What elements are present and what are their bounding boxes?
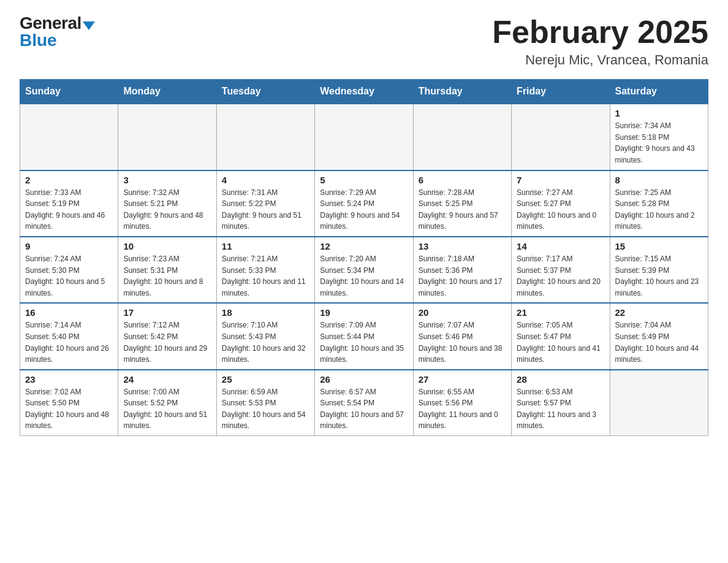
day-number: 25	[222, 374, 309, 385]
col-header-tuesday: Tuesday	[216, 80, 314, 104]
day-info: Sunrise: 7:10 AMSunset: 5:43 PMDaylight:…	[222, 320, 309, 365]
day-info: Sunrise: 6:59 AMSunset: 5:53 PMDaylight:…	[222, 386, 309, 432]
day-number: 22	[615, 307, 703, 318]
day-number: 4	[222, 175, 309, 185]
day-info: Sunrise: 7:20 AMSunset: 5:34 PMDaylight:…	[320, 253, 408, 299]
day-number: 15	[615, 241, 703, 251]
day-number: 1	[615, 108, 703, 118]
logo-general-line: General	[20, 15, 95, 32]
day-info: Sunrise: 7:05 AMSunset: 5:47 PMDaylight:…	[517, 320, 604, 365]
day-info: Sunrise: 7:28 AMSunset: 5:25 PMDaylight:…	[419, 187, 506, 232]
col-header-thursday: Thursday	[413, 80, 511, 104]
day-info: Sunrise: 7:34 AMSunset: 5:18 PMDaylight:…	[615, 120, 703, 166]
logo: General Blue	[20, 15, 95, 49]
day-number: 17	[123, 307, 211, 318]
day-number: 9	[25, 241, 113, 251]
calendar-cell: 13Sunrise: 7:18 AMSunset: 5:36 PMDayligh…	[413, 237, 511, 303]
day-number: 13	[419, 241, 506, 251]
calendar-cell: 22Sunrise: 7:04 AMSunset: 5:49 PMDayligh…	[610, 303, 708, 369]
page-header: General Blue February 2025 Nereju Mic, V…	[20, 15, 708, 68]
day-info: Sunrise: 7:07 AMSunset: 5:46 PMDaylight:…	[419, 320, 506, 365]
day-number: 7	[517, 175, 604, 185]
calendar-cell: 8Sunrise: 7:25 AMSunset: 5:28 PMDaylight…	[610, 170, 708, 237]
calendar-week-row: 23Sunrise: 7:02 AMSunset: 5:50 PMDayligh…	[20, 370, 708, 436]
day-number: 27	[419, 374, 506, 385]
day-info: Sunrise: 6:53 AMSunset: 5:57 PMDaylight:…	[517, 386, 604, 432]
day-number: 6	[419, 175, 506, 185]
calendar-cell: 18Sunrise: 7:10 AMSunset: 5:43 PMDayligh…	[216, 303, 314, 369]
col-header-wednesday: Wednesday	[315, 80, 413, 104]
calendar-header-row: SundayMondayTuesdayWednesdayThursdayFrid…	[20, 80, 708, 104]
day-info: Sunrise: 6:55 AMSunset: 5:56 PMDaylight:…	[419, 386, 506, 432]
day-info: Sunrise: 7:04 AMSunset: 5:49 PMDaylight:…	[615, 320, 703, 365]
calendar-cell: 9Sunrise: 7:24 AMSunset: 5:30 PMDaylight…	[20, 237, 118, 303]
month-title: February 2025	[492, 15, 708, 50]
col-header-saturday: Saturday	[610, 80, 708, 104]
day-info: Sunrise: 7:23 AMSunset: 5:31 PMDaylight:…	[123, 253, 211, 299]
day-number: 19	[320, 307, 408, 318]
calendar-cell	[315, 104, 413, 170]
calendar-cell: 26Sunrise: 6:57 AMSunset: 5:54 PMDayligh…	[315, 370, 413, 436]
calendar-cell: 20Sunrise: 7:07 AMSunset: 5:46 PMDayligh…	[413, 303, 511, 369]
calendar-week-row: 9Sunrise: 7:24 AMSunset: 5:30 PMDaylight…	[20, 237, 708, 303]
calendar-cell	[413, 104, 511, 170]
day-info: Sunrise: 7:12 AMSunset: 5:42 PMDaylight:…	[123, 320, 211, 365]
calendar-cell	[118, 104, 216, 170]
calendar-cell: 17Sunrise: 7:12 AMSunset: 5:42 PMDayligh…	[118, 303, 216, 369]
calendar-cell: 1Sunrise: 7:34 AMSunset: 5:18 PMDaylight…	[610, 104, 708, 170]
calendar-cell: 21Sunrise: 7:05 AMSunset: 5:47 PMDayligh…	[512, 303, 610, 369]
calendar-week-row: 1Sunrise: 7:34 AMSunset: 5:18 PMDaylight…	[20, 104, 708, 170]
day-info: Sunrise: 7:17 AMSunset: 5:37 PMDaylight:…	[517, 253, 604, 299]
day-info: Sunrise: 7:00 AMSunset: 5:52 PMDaylight:…	[123, 386, 211, 432]
logo-triangle-icon	[83, 21, 95, 30]
day-number: 2	[25, 175, 113, 185]
logo-general-text: General	[20, 13, 82, 33]
day-number: 16	[25, 307, 113, 318]
day-number: 28	[517, 374, 604, 385]
calendar-cell: 28Sunrise: 6:53 AMSunset: 5:57 PMDayligh…	[512, 370, 610, 436]
day-info: Sunrise: 6:57 AMSunset: 5:54 PMDaylight:…	[320, 386, 408, 432]
calendar-cell: 12Sunrise: 7:20 AMSunset: 5:34 PMDayligh…	[315, 237, 413, 303]
calendar-week-row: 16Sunrise: 7:14 AMSunset: 5:40 PMDayligh…	[20, 303, 708, 369]
title-block: February 2025 Nereju Mic, Vrancea, Roman…	[492, 15, 708, 68]
day-info: Sunrise: 7:02 AMSunset: 5:50 PMDaylight:…	[25, 386, 113, 432]
day-number: 14	[517, 241, 604, 251]
calendar-cell: 4Sunrise: 7:31 AMSunset: 5:22 PMDaylight…	[216, 170, 314, 237]
day-info: Sunrise: 7:18 AMSunset: 5:36 PMDaylight:…	[419, 253, 506, 299]
day-info: Sunrise: 7:32 AMSunset: 5:21 PMDaylight:…	[123, 187, 211, 232]
day-number: 3	[123, 175, 211, 185]
calendar-cell	[512, 104, 610, 170]
day-number: 12	[320, 241, 408, 251]
calendar-cell: 19Sunrise: 7:09 AMSunset: 5:44 PMDayligh…	[315, 303, 413, 369]
day-info: Sunrise: 7:29 AMSunset: 5:24 PMDaylight:…	[320, 187, 408, 232]
day-number: 10	[123, 241, 211, 251]
calendar-cell: 24Sunrise: 7:00 AMSunset: 5:52 PMDayligh…	[118, 370, 216, 436]
day-info: Sunrise: 7:24 AMSunset: 5:30 PMDaylight:…	[25, 253, 113, 299]
day-number: 20	[419, 307, 506, 318]
calendar-cell: 15Sunrise: 7:15 AMSunset: 5:39 PMDayligh…	[610, 237, 708, 303]
day-number: 5	[320, 175, 408, 185]
calendar-cell	[20, 104, 118, 170]
calendar-cell: 16Sunrise: 7:14 AMSunset: 5:40 PMDayligh…	[20, 303, 118, 369]
calendar-cell	[216, 104, 314, 170]
calendar-cell: 27Sunrise: 6:55 AMSunset: 5:56 PMDayligh…	[413, 370, 511, 436]
location-text: Nereju Mic, Vrancea, Romania	[492, 52, 708, 68]
day-number: 21	[517, 307, 604, 318]
day-number: 26	[320, 374, 408, 385]
day-info: Sunrise: 7:25 AMSunset: 5:28 PMDaylight:…	[615, 187, 703, 232]
day-info: Sunrise: 7:27 AMSunset: 5:27 PMDaylight:…	[517, 187, 604, 232]
day-info: Sunrise: 7:31 AMSunset: 5:22 PMDaylight:…	[222, 187, 309, 232]
calendar-cell: 23Sunrise: 7:02 AMSunset: 5:50 PMDayligh…	[20, 370, 118, 436]
calendar-cell: 6Sunrise: 7:28 AMSunset: 5:25 PMDaylight…	[413, 170, 511, 237]
calendar-cell: 7Sunrise: 7:27 AMSunset: 5:27 PMDaylight…	[512, 170, 610, 237]
calendar-table: SundayMondayTuesdayWednesdayThursdayFrid…	[20, 79, 708, 436]
col-header-monday: Monday	[118, 80, 216, 104]
calendar-cell: 25Sunrise: 6:59 AMSunset: 5:53 PMDayligh…	[216, 370, 314, 436]
day-info: Sunrise: 7:09 AMSunset: 5:44 PMDaylight:…	[320, 320, 408, 365]
calendar-cell: 5Sunrise: 7:29 AMSunset: 5:24 PMDaylight…	[315, 170, 413, 237]
calendar-cell: 2Sunrise: 7:33 AMSunset: 5:19 PMDaylight…	[20, 170, 118, 237]
calendar-week-row: 2Sunrise: 7:33 AMSunset: 5:19 PMDaylight…	[20, 170, 708, 237]
day-number: 11	[222, 241, 309, 251]
day-number: 8	[615, 175, 703, 185]
day-number: 23	[25, 374, 113, 385]
